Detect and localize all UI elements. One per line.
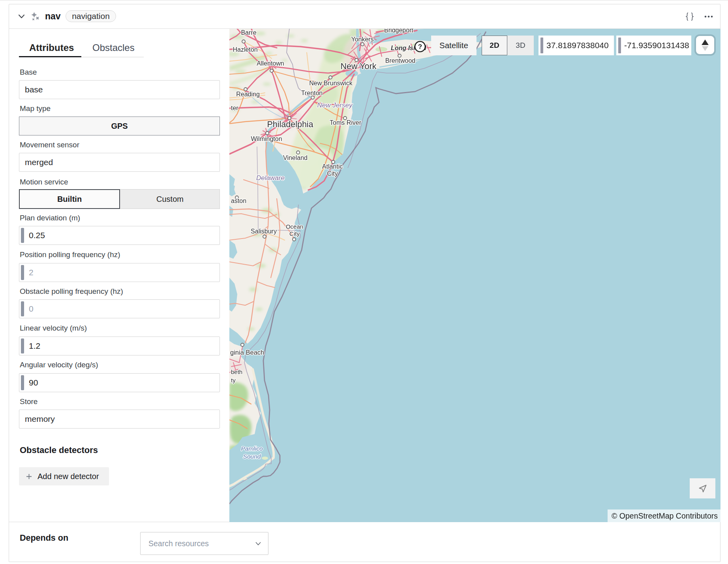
svg-text:Toms River: Toms River [330,119,362,126]
svg-text:Delaware: Delaware [256,174,285,182]
svg-text:beth: beth [231,368,242,375]
svg-text:Philadelphia: Philadelphia [267,120,313,129]
svg-text:Yonkers: Yonkers [351,36,373,43]
svg-text:Allentown: Allentown [257,60,284,67]
svg-text:Sound: Sound [243,453,261,460]
svg-text:New Brunswick: New Brunswick [309,80,353,86]
svg-text:ginia Beach: ginia Beach [230,349,264,356]
svg-text:Bridgeport: Bridgeport [384,29,413,34]
svg-text:Brentwood: Brentwood [385,57,416,64]
svg-text:Atlantic: Atlantic [322,163,343,170]
svg-text:City: City [289,230,300,237]
svg-text:Ocean: Ocean [286,223,303,230]
svg-text:City: City [327,170,338,177]
svg-text:Reading: Reading [236,91,260,98]
svg-text:Barre: Barre [241,29,256,36]
svg-text:New Jersey: New Jersey [317,102,353,109]
svg-text:Hazleton: Hazleton [233,46,257,53]
svg-text:Trenton: Trenton [301,90,323,96]
svg-text:Pamlico: Pamlico [241,445,263,452]
svg-text:Vineland: Vineland [283,154,308,161]
svg-text:?: ? [418,43,422,51]
svg-text:ter: ter [231,105,238,111]
svg-text:Wilmington: Wilmington [251,135,282,142]
svg-text:aston: aston [231,197,246,204]
svg-text:New York: New York [341,62,377,71]
svg-text:ty: ty [231,377,236,384]
svg-text:Salisbury: Salisbury [251,228,277,235]
